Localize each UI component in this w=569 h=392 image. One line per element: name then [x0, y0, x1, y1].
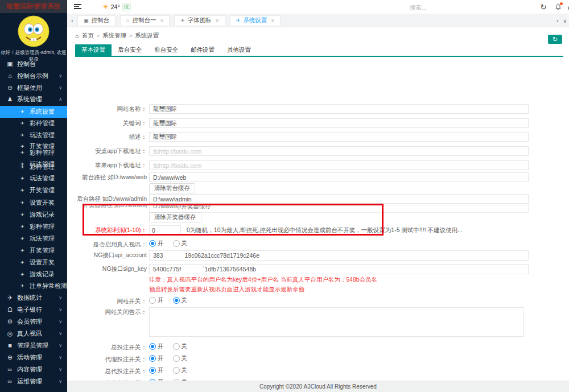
- tab-mail-settings[interactable]: 邮件设置: [184, 44, 221, 56]
- sidebar-item-console[interactable]: ▣控制台: [0, 58, 67, 69]
- site-off-radio[interactable]: 关: [173, 296, 188, 304]
- main-content: 基本设置 后台安全 前台安全 邮件设置 其他设置 网站名称： 关键词： 描述： …: [67, 44, 569, 381]
- video-icon: ◎: [6, 330, 14, 337]
- close-icon[interactable]: ×: [271, 18, 274, 24]
- search-input[interactable]: [409, 2, 473, 13]
- admin-path-input[interactable]: [149, 194, 529, 204]
- sidebar-item-lottery-mgmt[interactable]: ✈彩种管理: [0, 117, 67, 129]
- target-icon: ⊕: [6, 354, 14, 361]
- breadcrumb-system-mgmt[interactable]: 系统管理: [102, 32, 126, 40]
- send-icon: ✈: [19, 272, 26, 277]
- kj-path-input-clipped[interactable]: D:/www/kj/开奖器缓存: [149, 205, 529, 213]
- close-icon[interactable]: ×: [216, 18, 219, 24]
- sidebar-item-abnormal-orders[interactable]: ✈注单异常检测: [0, 280, 67, 291]
- sidebar-item-lottery-mgmt[interactable]: ✈彩种管理: [0, 161, 67, 172]
- description-input[interactable]: [149, 132, 529, 142]
- chevron-down-icon: ∨: [59, 307, 62, 312]
- sidebar-item-game-records[interactable]: ✈游戏记录: [0, 269, 67, 280]
- gagent-bet-off-radio[interactable]: 关: [173, 366, 188, 374]
- profit1-hint: 0为随机，10为最大,即控死,控死出现必中情况会造成前台不开奖，一般设置为1-5…: [187, 226, 463, 234]
- tab-frontend-security[interactable]: 前台安全: [148, 44, 184, 56]
- live-on-radio[interactable]: 开: [149, 240, 164, 247]
- tab-basic-settings[interactable]: 基本设置: [75, 44, 112, 56]
- sidebar-item-members[interactable]: ⚙会员管理∨: [0, 316, 67, 327]
- tab-other-settings[interactable]: 其他设置: [221, 44, 257, 56]
- monitor-icon: ▣: [84, 18, 89, 23]
- lock-icon[interactable]: [566, 0, 569, 14]
- keywords-input[interactable]: [149, 118, 529, 128]
- tabs-scroll-left-icon[interactable]: ‹: [67, 17, 77, 24]
- tabs-scroll-right-icon[interactable]: ›: [556, 17, 559, 24]
- front-path-input[interactable]: [149, 172, 529, 182]
- android-app-url-input[interactable]: [149, 146, 529, 156]
- sidebar-item-game-records[interactable]: ✈游戏记录: [0, 209, 67, 220]
- sidebar-item-system-mgmt[interactable]: ♟系统管理∧: [0, 93, 67, 105]
- close-notice-textarea[interactable]: [149, 307, 524, 337]
- sidebar-item-lottery-mgmt[interactable]: ✈彩种管理: [0, 221, 67, 232]
- ng-sign-key-input[interactable]: 5400c775f `1dfb71367564548b: [149, 264, 529, 274]
- refresh-icon[interactable]: ↻: [538, 0, 549, 14]
- tab-system-settings[interactable]: ✈系统设置×: [230, 15, 281, 26]
- ng-api-account-input[interactable]: 383 19c062a1ccc78d1719c246e: [149, 250, 529, 261]
- chevron-down-icon: ∨: [59, 295, 62, 300]
- tab-backend-security[interactable]: 后台安全: [112, 44, 148, 56]
- breadcrumb-system-settings[interactable]: 系统设置: [135, 32, 159, 40]
- profit1-input[interactable]: [149, 225, 181, 236]
- agent-bet-off-radio[interactable]: 关: [173, 354, 188, 362]
- sidebar-item-system-settings[interactable]: ✈系统设置: [0, 106, 67, 118]
- live-username-note: 注意：真人视讯平台的用户名为key后4位+用户名 当前真人平台用户名为：548b…: [149, 276, 377, 284]
- clear-front-cache-button[interactable]: 清除前台缓存: [149, 183, 195, 193]
- chevron-down-icon: ∨: [59, 367, 62, 372]
- infinity-icon: ∞: [6, 378, 14, 385]
- settings-tabs: 基本设置 后台安全 前台安全 邮件设置 其他设置: [75, 44, 563, 57]
- spongebob-avatar-image: [18, 15, 50, 47]
- total-bet-off-radio[interactable]: 关: [173, 343, 188, 350]
- sidebar-item-content[interactable]: ∞内容管理∨: [0, 364, 67, 375]
- minus-circle-icon: ⊖: [6, 84, 14, 92]
- sidebar-item-statistics[interactable]: ✈数据统计∨: [0, 292, 67, 303]
- send-icon: ✈: [19, 236, 26, 241]
- send-icon: ✈: [19, 121, 26, 126]
- sidebar-item-lottery-mgmt[interactable]: ✈彩种管理: [0, 147, 67, 158]
- home-icon: ⌂: [126, 18, 129, 23]
- tab-font-icons[interactable]: ✈字体图标×: [174, 15, 225, 26]
- total-bet-on-radio[interactable]: 开: [149, 343, 164, 350]
- sidebar-item-draw-mgmt[interactable]: ✈开奖管理: [0, 245, 67, 256]
- ios-app-url-input[interactable]: [149, 160, 529, 170]
- site-on-radio[interactable]: 开: [149, 296, 164, 304]
- sidebar-item-draw-settings[interactable]: ✈设置开奖: [0, 257, 67, 268]
- sidebar-item-ebank[interactable]: Ω电子银行∨: [0, 304, 67, 315]
- sidebar-item-play-mgmt[interactable]: ✈玩法管理: [0, 129, 67, 141]
- sidebar-item-draw-mgmt[interactable]: ✈开奖管理: [0, 184, 67, 196]
- balance-refresh-note: 额度转换后需要重新从视讯页面进入游戏才能显示最新余额: [149, 286, 304, 294]
- clear-draw-cache-button[interactable]: 清除开奖器缓存: [149, 212, 201, 222]
- breadcrumb-home[interactable]: 首页: [82, 32, 94, 40]
- sidebar-item-console-demo[interactable]: ⌂控制台示例∨: [0, 70, 67, 81]
- avatar[interactable]: [18, 15, 50, 47]
- sidebar-item-play-mgmt[interactable]: ✈玩法管理: [0, 172, 67, 184]
- chevron-down-icon: ∨: [59, 319, 62, 324]
- bell-icon[interactable]: [553, 0, 563, 14]
- agent-bet-on-radio[interactable]: 开: [149, 354, 164, 362]
- site-name-input[interactable]: [149, 104, 529, 114]
- tab-console-one[interactable]: ⌂控制台一×: [120, 15, 170, 26]
- live-off-radio[interactable]: 关: [173, 240, 188, 247]
- hamburger-menu-icon[interactable]: [74, 4, 81, 10]
- sidebar-item-admins[interactable]: ■管理员管理∨: [0, 340, 67, 351]
- copyright-text: Copyright ©2020 A3Cloud All Rights Reser…: [259, 383, 377, 390]
- sidebar-item-framework[interactable]: ⊖框架使用∨: [0, 82, 67, 93]
- sidebar-item-ops[interactable]: ∞运维管理∨: [0, 376, 67, 387]
- sidebar: 龍璽国际管理系统 你好！超级管理员-admin, 欢迎登录 ▣控制台 ⌂控制台示…: [0, 0, 67, 392]
- sidebar-item-draw-settings[interactable]: ✈设置开奖: [0, 197, 67, 208]
- send-icon: ✈: [236, 18, 241, 23]
- tab-console[interactable]: ▣控制台: [77, 15, 116, 26]
- square-icon: ■: [6, 342, 14, 349]
- sidebar-item-play-mgmt[interactable]: ✈玩法管理: [0, 233, 67, 244]
- sidebar-item-live-video[interactable]: ◎真人视讯∨: [0, 328, 67, 339]
- sidebar-item-activities[interactable]: ⊕活动管理∨: [0, 352, 67, 363]
- gagent-bet-on-radio[interactable]: 开: [149, 366, 164, 374]
- page-refresh-button[interactable]: ↻: [548, 35, 562, 44]
- tabs-dropdown-icon[interactable]: ∨: [563, 18, 567, 24]
- air-quality-badge: 优: [122, 3, 131, 11]
- close-icon[interactable]: ×: [160, 18, 163, 24]
